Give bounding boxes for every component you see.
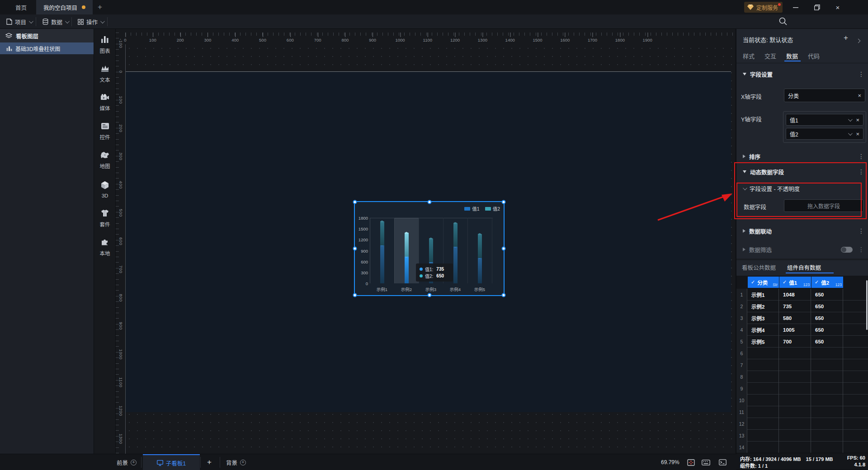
layer-item-chart[interactable]: 基础3D堆叠柱状图 [0, 42, 94, 54]
table-row[interactable]: 2示例2735650 [736, 301, 868, 312]
subboard-tab[interactable]: 子看板1 [143, 454, 200, 470]
tab-component-data[interactable]: 组件自有数据 [787, 263, 821, 272]
bar-segment-value1[interactable] [478, 258, 482, 283]
remove-icon[interactable]: × [856, 117, 859, 123]
tab-code[interactable]: 代码 [808, 52, 820, 60]
table-row[interactable]: 4示例41005650 [736, 324, 868, 336]
legend-item[interactable]: 值2 [485, 205, 500, 212]
chevron-down-icon[interactable] [848, 117, 853, 122]
table-cell[interactable] [779, 442, 811, 453]
table-cell[interactable]: 650 [811, 312, 843, 324]
legend-item[interactable]: 值1 [464, 205, 479, 212]
table-cell[interactable]: 580 [779, 312, 811, 324]
toolbar-item-控件[interactable]: 控件 [94, 118, 116, 145]
table-cell[interactable] [779, 383, 811, 395]
kebab-menu-icon[interactable]: ⋮ [858, 153, 864, 160]
tab-project[interactable]: 我的空白项目 [36, 0, 93, 14]
table-scrollbar[interactable] [866, 280, 868, 330]
dynamic-sub-row[interactable]: 字段设置 - 不透明度 [743, 184, 800, 193]
table-row[interactable]: 13 [736, 430, 868, 442]
table-cell[interactable]: 示例5 [748, 336, 779, 348]
table-cell[interactable]: 示例1 [748, 289, 779, 301]
new-tab-button[interactable]: + [93, 0, 107, 14]
table-row[interactable]: 3示例3580650 [736, 312, 868, 324]
table-cell[interactable]: 示例3 [748, 312, 779, 324]
table-cell[interactable] [779, 359, 811, 371]
table-cell[interactable] [811, 395, 843, 406]
console-button[interactable] [719, 454, 726, 470]
table-cell[interactable] [748, 348, 779, 359]
y-field-chip-2[interactable]: 值2 × [786, 128, 863, 140]
menu-operations[interactable]: 操作 [78, 14, 104, 29]
close-button[interactable]: × [830, 0, 845, 14]
toolbar-item-地图[interactable]: 地图 [94, 147, 116, 174]
tab-board-data[interactable]: 看板公共数据 [742, 263, 776, 272]
selection-handle[interactable] [427, 293, 431, 297]
menu-project[interactable]: 项目 [6, 14, 32, 29]
table-row[interactable]: 6 [736, 348, 868, 359]
table-cell[interactable]: 示例4 [748, 324, 779, 336]
toolbar-item-图表[interactable]: 图表 [94, 32, 116, 58]
custom-service-badge[interactable]: 定制服务 [744, 2, 783, 13]
minimize-button[interactable] [788, 0, 803, 14]
fit-screen-button[interactable] [687, 454, 695, 470]
circle-plus-icon[interactable]: + [240, 460, 246, 465]
y-field-chip-1[interactable]: 值1 × [786, 114, 863, 126]
table-cell[interactable]: 1048 [779, 289, 811, 301]
table-cell[interactable] [748, 383, 779, 395]
toolbar-item-套件[interactable]: 套件 [94, 205, 116, 231]
chart-component[interactable]: 值1值2 值1:735值2:650 1800150012009006003000… [355, 202, 504, 295]
menu-data[interactable]: 数据 [42, 14, 68, 29]
table-cell[interactable]: 650 [811, 301, 843, 312]
bar-segment-value1[interactable] [380, 245, 384, 283]
table-cell[interactable] [811, 418, 843, 430]
remove-icon[interactable]: × [858, 92, 861, 99]
table-cell[interactable] [748, 406, 779, 418]
bar-segment-value2[interactable] [429, 239, 433, 262]
selection-handle[interactable] [502, 247, 506, 251]
table-cell[interactable]: 650 [811, 289, 843, 301]
table-cell[interactable] [811, 383, 843, 395]
table-cell[interactable] [779, 418, 811, 430]
section-field-settings[interactable]: 字段设置 ⋮ [736, 67, 868, 81]
table-row[interactable]: 12 [736, 418, 868, 430]
table-cell[interactable] [779, 406, 811, 418]
table-cell[interactable]: 735 [779, 301, 811, 312]
table-cell[interactable] [779, 430, 811, 442]
filter-toggle[interactable] [841, 247, 853, 253]
add-state-button[interactable]: + [844, 33, 848, 42]
selection-handle[interactable] [502, 200, 506, 204]
remove-icon[interactable]: × [856, 131, 859, 137]
table-cell[interactable] [811, 406, 843, 418]
tab-data[interactable]: 数据 [786, 52, 798, 60]
table-cell[interactable]: 650 [811, 336, 843, 348]
table-cell[interactable]: 700 [779, 336, 811, 348]
table-cell[interactable] [811, 348, 843, 359]
table-header-值2[interactable]: ✓值2123 [811, 277, 843, 288]
table-cell[interactable] [779, 348, 811, 359]
table-cell[interactable] [811, 371, 843, 383]
table-row[interactable]: 8 [736, 371, 868, 383]
toolbar-item-本地[interactable]: 本地 [94, 234, 116, 260]
table-cell[interactable] [779, 395, 811, 406]
section-data-filter[interactable]: 数据筛选 ⋮ [736, 242, 868, 257]
table-cell[interactable]: 示例2 [748, 301, 779, 312]
selection-handle[interactable] [353, 293, 357, 297]
table-cell[interactable] [811, 359, 843, 371]
tab-home[interactable]: 首页 [9, 0, 33, 14]
table-row[interactable]: 11 [736, 406, 868, 418]
expand-states-button[interactable] [857, 36, 860, 44]
tab-interaction[interactable]: 交互 [764, 52, 776, 60]
toolbar-item-媒体[interactable]: 媒体 [94, 89, 116, 116]
section-dynamic-fields[interactable]: 动态数据字段 ⋮ [736, 164, 868, 179]
toolbar-item-3D[interactable]: 3D [94, 176, 116, 202]
section-data-linkage[interactable]: 数据联动 ⋮ [736, 224, 868, 238]
table-cell[interactable] [748, 442, 779, 453]
foreground-button[interactable]: 前景 + [117, 454, 137, 470]
table-row[interactable]: 14 [736, 442, 868, 453]
editor-canvas[interactable]: 0100200300400500600700800900100011001200… [116, 29, 736, 454]
table-row[interactable]: 1示例11048650 [736, 289, 868, 301]
selection-handle[interactable] [502, 293, 506, 297]
shortcut-keys-button[interactable] [702, 454, 710, 470]
bar-segment-value1[interactable] [453, 247, 458, 283]
